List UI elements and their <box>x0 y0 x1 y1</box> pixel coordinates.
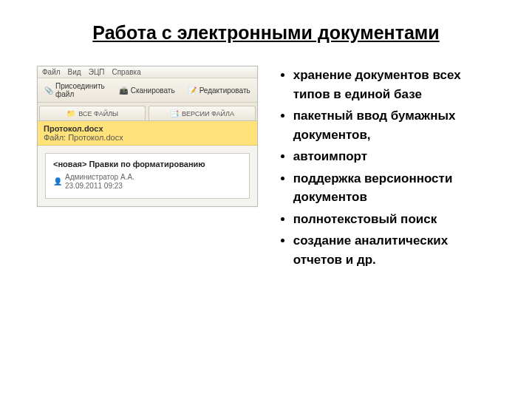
menubar: Файл Вид ЭЦП Справка <box>38 66 257 78</box>
content-row: Файл Вид ЭЦП Справка 📎 Присоединить файл… <box>37 66 495 272</box>
toolbar-label: Присоединить файл <box>55 82 106 98</box>
menu-item[interactable]: ЭЦП <box>89 68 105 76</box>
attach-file-button[interactable]: 📎 Присоединить файл <box>41 81 110 100</box>
menu-item[interactable]: Вид <box>68 68 81 76</box>
tab-label: ВСЕ ФАЙЛЫ <box>78 110 118 117</box>
file-row[interactable]: Протокол.docx Файл: Протокол.docx <box>38 121 257 146</box>
card-meta: 👤 Администратор А.А. 23.09.2011 09:23 <box>53 173 242 191</box>
list-item: поддержка версионности документов <box>293 169 495 207</box>
file-path: Файл: Протокол.docx <box>44 133 251 142</box>
list-item: автоимпорт <box>293 147 495 166</box>
list-item: пакетный ввод бумажных документов, <box>293 106 495 144</box>
scan-icon: 📠 <box>118 85 129 95</box>
attach-icon: 📎 <box>44 85 53 95</box>
list-item: создание аналитических отчетов и др. <box>293 231 495 269</box>
menu-item[interactable]: Файл <box>42 68 61 76</box>
toolbar-label: Сканировать <box>131 86 175 95</box>
file-name: Протокол.docx <box>44 124 251 133</box>
tab-file-versions[interactable]: 📑 ВЕРСИИ ФАЙЛА <box>149 106 255 120</box>
file-path-value: Протокол.docx <box>68 133 123 142</box>
toolbar: 📎 Присоединить файл 📠 Сканировать 📝 Реда… <box>38 78 257 103</box>
user-icon: 👤 <box>53 177 62 186</box>
toolbar-label: Редактировать <box>200 86 250 95</box>
menu-item[interactable]: Справка <box>112 68 140 76</box>
page-title: Работа с электронными документами <box>37 22 495 44</box>
file-path-label: Файл: <box>44 133 66 142</box>
change-card[interactable]: <новая> Правки по форматированию 👤 Админ… <box>45 153 250 199</box>
tab-label: ВЕРСИИ ФАЙЛА <box>182 110 234 117</box>
list-item: полнотекстовый поиск <box>293 210 495 229</box>
card-user: Администратор А.А. <box>65 173 134 182</box>
card-time: 23.09.2011 09:23 <box>65 182 134 191</box>
list-item: хранение документов всех типов в единой … <box>293 66 495 103</box>
edit-button[interactable]: 📝 Редактировать <box>183 81 254 100</box>
edit-icon: 📝 <box>187 85 197 95</box>
folder-icon: 📁 <box>66 109 75 117</box>
tabs: 📁 ВСЕ ФАЙЛЫ 📑 ВЕРСИИ ФАЙЛА <box>38 103 257 121</box>
versions-icon: 📑 <box>170 109 179 117</box>
tab-all-files[interactable]: 📁 ВСЕ ФАЙЛЫ <box>39 106 146 120</box>
feature-list: хранение документов всех типов в единой … <box>280 66 495 272</box>
scan-button[interactable]: 📠 Сканировать <box>115 81 179 100</box>
app-screenshot: Файл Вид ЭЦП Справка 📎 Присоединить файл… <box>37 66 258 207</box>
card-title: <новая> Правки по форматированию <box>53 160 242 168</box>
